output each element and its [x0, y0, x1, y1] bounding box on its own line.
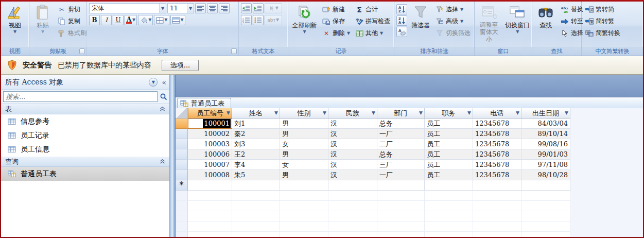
new-record-cell[interactable] — [425, 180, 473, 191]
switch-windows-button[interactable]: 切换窗口 ▼ — [506, 3, 530, 35]
table-cell[interactable]: 汉 — [328, 118, 377, 129]
table-cell[interactable]: 刘3 — [232, 139, 280, 149]
row-selector[interactable] — [176, 139, 188, 149]
chevron-down-icon[interactable]: ▼ — [164, 19, 167, 22]
new-record-button[interactable]: 新建 — [321, 4, 352, 15]
chevron-down-icon[interactable]: ▼ — [187, 4, 194, 13]
font-color-button[interactable]: A ▼ — [125, 15, 137, 25]
search-input[interactable] — [3, 91, 158, 102]
table-cell[interactable]: 二厂 — [377, 139, 425, 149]
table-cell[interactable]: 100006 — [188, 149, 232, 160]
collapse-section-icon[interactable] — [160, 105, 165, 113]
nav-item-员工记录[interactable]: 员工记录 — [1, 128, 169, 142]
column-header-姓名[interactable]: 姓名▼ — [232, 108, 280, 118]
table-cell[interactable]: 一厂 — [377, 170, 425, 180]
search-icon[interactable] — [159, 93, 167, 101]
table-cell[interactable]: 员工 — [425, 129, 473, 139]
row-selector[interactable] — [176, 160, 188, 170]
table-cell[interactable]: 员工 — [425, 139, 473, 149]
table-cell[interactable]: 男 — [280, 149, 328, 160]
table-cell[interactable]: 女 — [280, 160, 328, 170]
chevron-down-icon[interactable]: ▼ — [148, 19, 151, 22]
table-cell[interactable]: 一厂 — [377, 129, 425, 139]
table-cell[interactable]: 汉 — [328, 149, 377, 160]
bold-button[interactable]: B — [89, 15, 100, 25]
table-cell[interactable]: 100002 — [188, 129, 232, 139]
table-cell[interactable]: 99/08/16 — [521, 139, 570, 149]
align-center-button[interactable] — [207, 3, 218, 13]
alternate-fill-button[interactable]: ▼ — [170, 15, 185, 25]
nav-item-普通员工表[interactable]: 普通员工表 — [1, 167, 169, 181]
table-cell[interactable]: 97/11/08 — [521, 160, 570, 170]
simp-to-trad-button[interactable]: 繁 简转繁 — [584, 16, 622, 27]
format-painter-button[interactable]: 格式刷 — [56, 28, 88, 39]
copy-button[interactable]: 复制 — [56, 16, 88, 27]
advanced-filter-button[interactable]: 高级 ▼ — [434, 16, 472, 27]
size-to-fit-button[interactable]: 调整至窗体大小 — [477, 3, 501, 44]
font-name-combo[interactable]: 宋体 ▼ — [89, 3, 166, 13]
column-header-性别[interactable]: 性别▼ — [280, 108, 328, 118]
fill-color-button[interactable]: ▼ — [138, 15, 153, 25]
column-dropdown-icon[interactable]: ▼ — [516, 110, 519, 115]
column-header-民族[interactable]: 民族▼ — [328, 108, 377, 118]
column-dropdown-icon[interactable]: ▼ — [565, 110, 568, 115]
paste-button[interactable]: 粘贴 ▼ — [31, 3, 54, 35]
chevron-down-icon[interactable]: ▼ — [181, 19, 184, 22]
spelling-button[interactable]: 字A 拼写检查 — [354, 16, 392, 27]
delete-button[interactable]: ✕ 删除 ▼ — [321, 28, 352, 39]
new-record-cell[interactable] — [328, 180, 377, 191]
table-cell[interactable]: 男 — [280, 170, 328, 180]
sort-descending-button[interactable]: ZA — [396, 15, 407, 26]
column-header-员工编号[interactable]: 员工编号▼ — [188, 108, 232, 118]
clear-sort-button[interactable]: A — [396, 27, 407, 37]
table-cell[interactable]: 汉 — [328, 139, 377, 149]
nav-section-header[interactable]: 查询 — [1, 156, 169, 167]
underline-button[interactable]: U — [113, 15, 124, 25]
column-dropdown-icon[interactable]: ▼ — [467, 110, 471, 115]
cut-button[interactable]: ✂ 剪切 — [56, 4, 88, 15]
align-left-button[interactable] — [195, 3, 206, 13]
table-cell[interactable]: 100001 — [188, 118, 232, 129]
options-button[interactable]: 选项... — [162, 60, 199, 71]
table-cell[interactable]: 王2 — [232, 149, 280, 160]
table-cell[interactable]: 总务 — [377, 118, 425, 129]
table-cell[interactable]: 100003 — [188, 139, 232, 149]
column-dropdown-icon[interactable]: ▼ — [227, 110, 230, 115]
row-selector[interactable] — [176, 149, 188, 160]
table-cell[interactable]: 汉 — [328, 170, 377, 180]
column-header-出生日期[interactable]: 出生日期▼ — [521, 108, 570, 118]
table-cell[interactable]: 12345678 — [473, 118, 521, 129]
select-all-corner[interactable] — [176, 108, 188, 118]
align-right-button[interactable] — [219, 3, 230, 13]
table-cell[interactable]: 员工 — [425, 118, 473, 129]
table-cell[interactable]: 汉 — [328, 160, 377, 170]
table-cell[interactable]: 12345678 — [473, 170, 521, 180]
table-cell[interactable]: 女 — [280, 139, 328, 149]
highlight-button[interactable]: ab⁊▼ — [265, 15, 282, 25]
new-record-cell[interactable] — [377, 180, 425, 191]
table-cell[interactable]: 100007 — [188, 160, 232, 170]
table-cell[interactable]: 总务 — [377, 149, 425, 160]
bullet-list-button[interactable] — [253, 15, 264, 25]
table-cell[interactable]: 三厂 — [377, 160, 425, 170]
nav-item-员工信息[interactable]: 员工信息 — [1, 142, 169, 156]
save-button[interactable]: 保存 — [321, 16, 352, 27]
chevron-down-icon[interactable]: ▼ — [460, 20, 463, 23]
table-cell[interactable]: 100008 — [188, 170, 232, 180]
table-cell[interactable]: 秦2 — [232, 129, 280, 139]
column-header-部门[interactable]: 部门▼ — [377, 108, 425, 118]
table-cell[interactable]: 12345678 — [473, 149, 521, 160]
column-dropdown-icon[interactable]: ▼ — [323, 110, 326, 115]
filter-button[interactable]: 筛选器 — [409, 3, 432, 31]
table-cell[interactable]: 男 — [280, 129, 328, 139]
table-cell[interactable]: 员工 — [425, 170, 473, 180]
sort-ascending-button[interactable]: AZ — [396, 4, 407, 14]
numbered-list-button[interactable]: 123 — [241, 15, 252, 25]
more-button[interactable]: 其他 ▼ — [354, 28, 392, 39]
tab-query-datasheet[interactable]: 普通员工表 — [177, 98, 231, 108]
row-selector[interactable] — [176, 170, 188, 180]
table-cell[interactable]: 汉 — [328, 129, 377, 139]
table-cell[interactable]: 84/03/04 — [521, 118, 570, 129]
gridlines-button[interactable]: ▼ — [154, 15, 169, 25]
table-cell[interactable]: 刘1 — [232, 118, 280, 129]
